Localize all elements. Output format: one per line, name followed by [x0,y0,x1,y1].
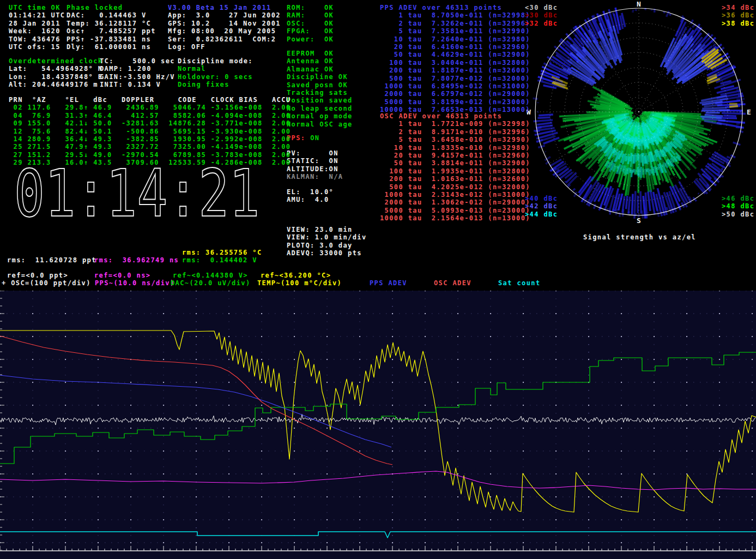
overdetermined-clock-panel: Alt: 204.46449176 m [9,81,98,88]
pps-state: PPS: ON [287,134,319,142]
loop-params-panel: DAMP: 1.200 [100,65,152,73]
sat-table-row: 14 280.9 36.4↓ 49.3 -382.85 1930.95 -2.9… [9,135,291,143]
ref-dac: ref~<0.144380 V> [173,272,248,279]
osc-adev-row: 1000 tau 2.3143e-012 (n=31000) [380,191,530,199]
pps-adev-row: 5 tau 7.3581e-011 (n=32990) [380,27,530,35]
receiver-status-panel: Normal OSC age [287,121,353,128]
osc-adev-row: 10 tau 1.8335e-010 (n=32980) [380,144,530,152]
view-panel: VIEW: 23.0 min [287,226,353,233]
receiver-status-panel: Saved posn OK [287,81,348,89]
utc-status-panel: Week: 1620 [9,27,61,35]
rms-temp: rms: 36.255756 °C [182,249,262,256]
view-panel: ADEVQ: 33000 pts [287,249,362,257]
device-status-panel: Power: OK [287,35,334,43]
mask-panel: EL: 10.0° [287,188,334,196]
pps-adev-row: 100 tau 3.0404e-011 (n=32800) [380,59,530,67]
fix-modes-panel: STATIC: ON [287,157,338,165]
loop-params-panel: TC: 500.0 sec [100,57,175,65]
osc-adev-row: 5 tau 3.6458e-010 (n=32990) [380,136,530,143]
dbc-legend-bottom-right-item: >46 dBc [722,195,754,202]
osc-adev-row: 20 tau 9.4157e-011 (n=32960) [380,152,530,159]
clock-time: 01:14:21 [14,161,260,227]
legend-sat-count: Sat count [498,279,541,287]
loop-params-panel: INIT: 0.134 V [100,81,161,88]
dbc-legend-bottom-left-item: >44 dBc [525,211,558,218]
dbc-legend-bottom-right-item: >50 dBc [722,211,754,218]
ref-temp: ref~<36.200 °C> [261,272,331,279]
receiver-status-panel: Position saved [287,97,353,104]
version-panel: Log: OFF [168,43,205,51]
osc-adev-row: 5000 tau 5.0993e-013 (n=23000) [380,207,530,214]
pps-adev-row: 500 tau 7.8077e-012 (n=32000) [380,75,530,82]
fix-modes-panel: KALMAN: N/A [287,173,343,181]
overdetermined-clock-panel: Overdetermined clock [9,57,103,65]
dbc-legend-bottom-left-item: >40 dBc [525,195,558,202]
view-panel: PLOTQ: 3.0 day [287,242,353,249]
fix-modes-panel: ALTITUDE:ON [287,165,338,173]
dbc-legend-top-right-item: >38 dBc [722,20,754,27]
legend-pps: PPS~(10.0 ns/div) [95,279,175,287]
osc-adev-row: 50 tau 3.8814e-011 (n=32900) [380,159,530,167]
receiver-status-panel: Almanac OK [287,65,334,73]
legend-osc-adev: OSC ADEV [434,279,471,287]
polar-caption: Signal strength vs az/el [583,233,696,241]
discipline-mode-panel: Doing fixes [178,81,229,88]
phase-lock-panel: Dly: 61.000001 ns [66,43,151,51]
legend-temp: TEMP~(100 m°C/div) [257,279,342,287]
pps-adev-title: PPS ADEV over 46313 points [380,4,502,11]
discipline-mode-panel: Discipline mode: [178,57,253,65]
sat-table-row: 12 75.6 82.4↓ 50.1 -500.86 5695.15 -3.93… [9,128,291,135]
rms-osc: rms: 11.620728 ppt [7,256,96,264]
osc-adev-row: 100 tau 1.9935e-011 (n=32800) [380,167,530,175]
mask-panel: AMU: 4.0 [287,196,329,203]
osc-adev-row: 2 tau 8.9171e-010 (n=32996) [380,128,530,136]
dbc-legend-top-left-item: <30 dBc [525,4,558,11]
phase-lock-panel: DAC: 0.144463 V [66,11,147,19]
dbc-legend-top-left-item: >30 dBc [525,11,558,19]
utc-status-panel: UTC time OK [9,4,61,11]
version-panel: App: 3.0 27 Jun 2002 [168,11,281,19]
phase-lock-panel: Osc↑ 7.485257 ppt [66,27,156,35]
utc-status-panel: 28 Jan 2011 [9,20,61,27]
phase-lock-panel: Temp: 36.128117 °C [66,20,151,27]
receiver-status-panel: Normal op mode [287,112,353,120]
view-panel: VIEW: 1.0 min/div [287,233,367,241]
rms-pps: rms: 36.962749 ns [94,256,179,264]
phase-lock-panel: PPS↑ -37.833481 ns [66,35,151,43]
receiver-status-panel: Tracking sats [287,89,348,97]
utc-status-panel: TOW: 436476 [9,35,61,43]
pps-adev-row: 20 tau 6.4160e-011 (n=32960) [380,43,530,51]
osc-adev-title: OSC ADEV over 46313 points [380,112,502,120]
strip-chart-plot [0,291,756,559]
big-digital-clock: 01:14:21 [10,161,266,227]
pps-adev-row: 50 tau 4.4629e-011 (n=32900) [380,51,530,58]
sat-table-row: 04 76.9 31.3↑ 46.4 412.57 8582.06 -4.094… [9,112,291,119]
pps-adev-row: 5000 tau 3.8199e-012 (n=23000) [380,98,530,106]
sat-table-row: 25 271.5 47.9↑ 49.3 2327.72 7325.00 -4.1… [9,143,291,151]
device-status-panel: ROM: OK [287,4,334,11]
sat-table-row: 02 117.6 29.8↑ 46.9 2436.89 5046.74 -3.1… [9,104,291,111]
osc-adev-row: 200 tau 1.0163e-011 (n=32600) [380,175,530,183]
version-panel: GPS: 10.2 14 Nov 2001 [168,20,281,27]
osc-adev-row: 1 tau 1.7721e-009 (n=32998) [380,120,530,128]
version-panel: V3.00 Beta 15 Jan 2011 [168,4,271,11]
sat-table-header: PRN °AZ °EL dBc DOPPLER CODE CLOCK BIAS … [9,96,291,104]
overdetermined-clock-panel: Lon: 18.4337848° E [9,73,103,81]
legend-pps-adev: PPS ADEV [370,279,407,287]
device-status-panel: OSC: OK [287,20,334,27]
dbc-legend-bottom-left-item: >42 dBc [525,202,558,210]
legend-osc: + OSC=(100 ppt/div) [2,279,91,287]
legend-dac: DAC~(20.0 uV/div) [171,279,251,287]
receiver-status-panel: Antenna OK [287,57,334,65]
compass-label-e: E [747,108,751,116]
version-panel: Ser: 0.82362611 COM:2 [168,35,276,43]
compass-label-s: S [637,217,641,225]
ref-osc: ref=<0.0 ppt> [7,272,68,279]
rms-dac: rms: 0.144402 V [182,256,257,264]
receiver-status-panel: EEPROM OK [287,50,334,57]
sat-table-row: 27 151.2 29.5↓ 49.0 -2970.54 6789.85 -3.… [9,151,291,159]
ref-pps: ref=<0.0 ns> [94,272,151,279]
dbc-legend-top-right-item: >36 dBc [722,11,754,19]
utc-status-panel: UTC ofs: 15 [9,43,61,51]
pps-adev-row: 10 tau 7.2640e-011 (n=32980) [380,35,530,43]
